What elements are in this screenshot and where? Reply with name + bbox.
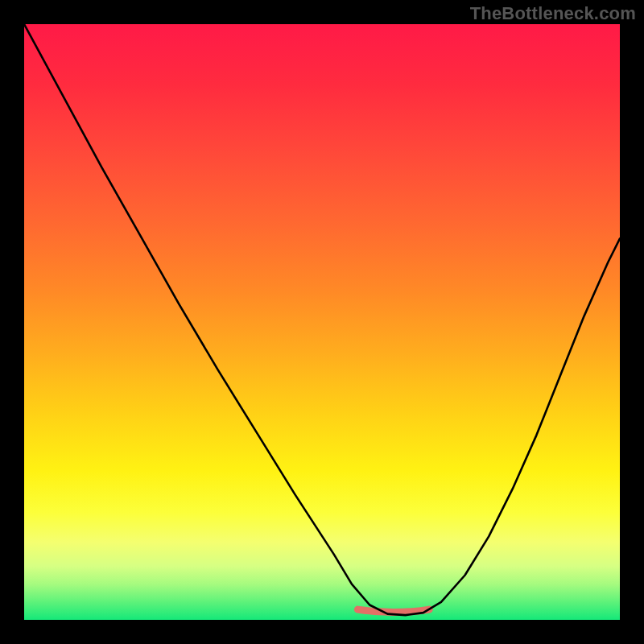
chart-svg [24, 24, 620, 620]
optimal-range-highlight [357, 609, 429, 613]
chart-frame: TheBottleneck.com [0, 0, 644, 644]
bottleneck-curve-line [24, 24, 620, 615]
watermark-text: TheBottleneck.com [470, 3, 636, 24]
plot-area [24, 24, 620, 620]
